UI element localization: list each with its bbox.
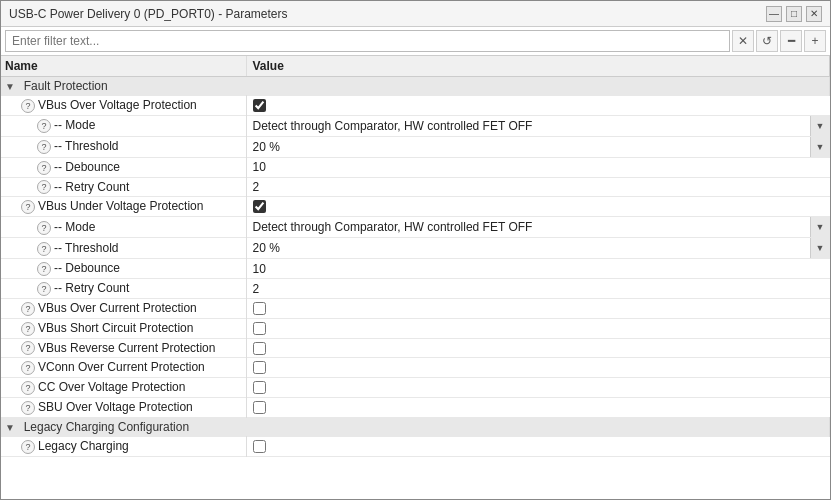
table-row: ?-- Threshold 20 % ▼	[1, 238, 830, 259]
checkbox-input[interactable]	[253, 381, 266, 394]
value-cell: 20 % ▼	[246, 136, 830, 157]
checkbox-container	[253, 381, 824, 394]
checkbox-input[interactable]	[253, 440, 266, 453]
toolbar: ✕ ↺ ━ +	[1, 27, 830, 56]
checkbox-input[interactable]	[253, 200, 266, 213]
section-label: ▼ Legacy Charging Configuration	[1, 417, 830, 436]
col-header-value: Value	[246, 56, 830, 77]
dropdown-container: Detect through Comparator, HW controlled…	[247, 217, 830, 237]
checkbox-input[interactable]	[253, 361, 266, 374]
checkbox-input[interactable]	[253, 401, 266, 414]
help-icon[interactable]: ?	[21, 341, 35, 355]
minimize-button[interactable]: —	[766, 6, 782, 22]
dropdown-value: 20 %	[247, 239, 810, 257]
dropdown-button[interactable]: ▼	[810, 217, 830, 237]
name-cell: ?-- Threshold	[1, 238, 246, 259]
name-cell: ?-- Threshold	[1, 136, 246, 157]
help-icon[interactable]: ?	[21, 381, 35, 395]
table-row: ?-- Threshold 20 % ▼	[1, 136, 830, 157]
row-label: -- Threshold	[54, 139, 118, 153]
close-button[interactable]: ✕	[806, 6, 822, 22]
row-label: SBU Over Voltage Protection	[38, 400, 193, 414]
checkbox-input[interactable]	[253, 99, 266, 112]
help-icon[interactable]: ?	[37, 119, 51, 133]
row-label: -- Debounce	[54, 261, 120, 275]
value-cell	[246, 338, 830, 358]
help-icon[interactable]: ?	[37, 221, 51, 235]
help-icon[interactable]: ?	[21, 440, 35, 454]
dropdown-value: Detect through Comparator, HW controlled…	[247, 117, 810, 135]
name-cell: ?-- Retry Count	[1, 177, 246, 197]
table-row: ?VBus Short Circuit Protection	[1, 318, 830, 338]
help-icon[interactable]: ?	[37, 282, 51, 296]
help-icon[interactable]: ?	[37, 140, 51, 154]
help-icon[interactable]: ?	[21, 401, 35, 415]
name-cell: ?-- Retry Count	[1, 279, 246, 299]
parameters-table: Name Value ▼ Fault Protection ?VBus Over…	[1, 56, 830, 457]
name-cell: ?-- Mode	[1, 217, 246, 238]
value-cell	[246, 378, 830, 398]
value-cell: Detect through Comparator, HW controlled…	[246, 217, 830, 238]
help-icon[interactable]: ?	[21, 200, 35, 214]
help-icon[interactable]: ?	[37, 180, 51, 194]
section-row: ▼ Fault Protection	[1, 77, 830, 96]
value-cell	[246, 436, 830, 456]
section-toggle[interactable]: ▼	[5, 81, 17, 92]
checkbox-container	[253, 322, 824, 335]
clear-icon: ✕	[738, 34, 748, 48]
value-cell	[246, 398, 830, 418]
table-row: ?-- Debounce 10	[1, 157, 830, 177]
table-row: ?CC Over Voltage Protection	[1, 378, 830, 398]
dropdown-button[interactable]: ▼	[810, 116, 830, 136]
dropdown-button[interactable]: ▼	[810, 238, 830, 258]
table-row: ?VBus Reverse Current Protection	[1, 338, 830, 358]
parameters-table-container: Name Value ▼ Fault Protection ?VBus Over…	[1, 56, 830, 499]
name-cell: ?-- Debounce	[1, 259, 246, 279]
maximize-button[interactable]: □	[786, 6, 802, 22]
name-cell: ?Legacy Charging	[1, 436, 246, 456]
help-icon[interactable]: ?	[21, 99, 35, 113]
section-label: ▼ Fault Protection	[1, 77, 830, 96]
help-icon[interactable]: ?	[37, 161, 51, 175]
expand-icon: +	[811, 34, 818, 48]
clear-filter-button[interactable]: ✕	[732, 30, 754, 52]
checkbox-input[interactable]	[253, 342, 266, 355]
collapse-button[interactable]: ━	[780, 30, 802, 52]
dropdown-value: Detect through Comparator, HW controlled…	[247, 218, 810, 236]
checkbox-container	[253, 99, 824, 112]
text-value: 2	[253, 282, 260, 296]
help-icon[interactable]: ?	[21, 361, 35, 375]
table-row: ?-- Mode Detect through Comparator, HW c…	[1, 217, 830, 238]
row-label: VBus Reverse Current Protection	[38, 341, 215, 355]
dropdown-value: 20 %	[247, 138, 810, 156]
name-cell: ?SBU Over Voltage Protection	[1, 398, 246, 418]
row-label: -- Mode	[54, 220, 95, 234]
help-icon[interactable]: ?	[37, 262, 51, 276]
name-cell: ?-- Mode	[1, 115, 246, 136]
checkbox-input[interactable]	[253, 322, 266, 335]
dropdown-button[interactable]: ▼	[810, 137, 830, 157]
value-cell	[246, 318, 830, 338]
name-cell: ?VBus Over Current Protection	[1, 298, 246, 318]
expand-button[interactable]: +	[804, 30, 826, 52]
checkbox-input[interactable]	[253, 302, 266, 315]
value-cell: 2	[246, 279, 830, 299]
help-icon[interactable]: ?	[21, 322, 35, 336]
table-row: ?VBus Under Voltage Protection	[1, 197, 830, 217]
value-cell: 20 % ▼	[246, 238, 830, 259]
row-label: VBus Short Circuit Protection	[38, 321, 193, 335]
table-row: ?SBU Over Voltage Protection	[1, 398, 830, 418]
help-icon[interactable]: ?	[21, 302, 35, 316]
filter-input[interactable]	[5, 30, 730, 52]
table-row: ?Legacy Charging	[1, 436, 830, 456]
row-label: -- Retry Count	[54, 180, 129, 194]
section-toggle[interactable]: ▼	[5, 422, 17, 433]
value-cell	[246, 298, 830, 318]
help-icon[interactable]: ?	[37, 242, 51, 256]
value-cell	[246, 358, 830, 378]
row-label: -- Debounce	[54, 160, 120, 174]
row-label: Legacy Charging	[38, 439, 129, 453]
window-title: USB-C Power Delivery 0 (PD_PORT0) - Para…	[9, 7, 288, 21]
name-cell: ?VConn Over Current Protection	[1, 358, 246, 378]
refresh-button[interactable]: ↺	[756, 30, 778, 52]
